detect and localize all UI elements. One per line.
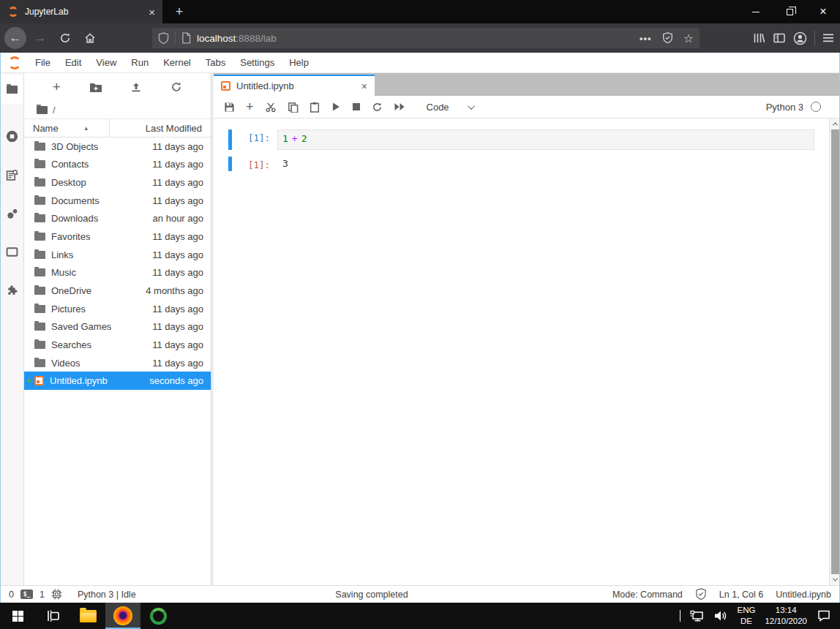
- file-type-icon: [34, 287, 45, 295]
- cursor-position[interactable]: Ln 1, Col 6: [719, 590, 763, 600]
- new-tab-button[interactable]: +: [167, 0, 192, 23]
- bookmark-star-icon[interactable]: ☆: [683, 31, 694, 45]
- restart-run-all-button[interactable]: [394, 102, 405, 111]
- clock[interactable]: 13:14 12/10/2020: [765, 605, 807, 627]
- file-explorer-button[interactable]: [70, 603, 105, 629]
- url-bar[interactable]: localhost:8888/lab ••• ☆: [152, 28, 700, 48]
- sidebar-item-commands[interactable]: [0, 160, 23, 189]
- sidebar-panel-icon[interactable]: [773, 31, 786, 45]
- cell-output-area[interactable]: [1]: 3: [228, 157, 814, 171]
- restart-kernel-button[interactable]: [372, 102, 383, 113]
- save-button[interactable]: [224, 102, 235, 113]
- menu-item[interactable]: View: [89, 57, 124, 68]
- browser-navbar: ← → localhost:8888/lab ••• ☆: [0, 23, 840, 53]
- main-dock-panel: Untitled.ipynb × +: [214, 73, 840, 585]
- code-cell[interactable]: [1]: 1+2: [228, 129, 814, 150]
- chevron-up-icon: [832, 122, 837, 127]
- menu-hamburger-icon[interactable]: [822, 33, 834, 43]
- menu-item[interactable]: Run: [124, 57, 156, 68]
- app-taskbar-button[interactable]: [140, 603, 176, 629]
- file-row[interactable]: Untitled.ipynb seconds ago: [24, 372, 211, 390]
- cut-cells-button[interactable]: [265, 102, 277, 113]
- start-button[interactable]: [0, 603, 35, 629]
- notebook-tab-close-icon[interactable]: ×: [361, 81, 367, 91]
- code-editor[interactable]: 1+2: [277, 129, 814, 150]
- file-name: Downloads: [51, 213, 98, 224]
- file-row[interactable]: Desktop 11 days ago: [24, 173, 211, 192]
- column-header-name[interactable]: Name ▲: [24, 119, 110, 137]
- upload-button[interactable]: [130, 81, 142, 93]
- file-row[interactable]: Contacts 11 days ago: [24, 156, 211, 174]
- page-actions-icon[interactable]: •••: [640, 33, 652, 44]
- cell-type-dropdown[interactable]: Code: [427, 102, 475, 113]
- breadcrumb[interactable]: /: [24, 101, 211, 118]
- task-view-button[interactable]: [35, 603, 70, 629]
- refresh-file-list-button[interactable]: [170, 81, 182, 93]
- interrupt-kernel-button[interactable]: [352, 102, 361, 111]
- home-button[interactable]: [79, 27, 101, 49]
- account-icon[interactable]: [793, 31, 807, 45]
- file-row[interactable]: Downloads an hour ago: [24, 210, 211, 228]
- menu-item[interactable]: Help: [282, 57, 316, 68]
- copy-cells-button[interactable]: [288, 102, 299, 113]
- new-launcher-button[interactable]: +: [53, 79, 61, 95]
- notebook-scrollbar[interactable]: [829, 118, 840, 585]
- notebook-tab[interactable]: Untitled.ipynb ×: [214, 75, 375, 96]
- kernel-status-text[interactable]: Python 3 | Idle: [78, 590, 136, 600]
- add-cell-button[interactable]: +: [246, 100, 254, 113]
- running-sessions-icon: [6, 130, 18, 143]
- window-minimize-button[interactable]: [739, 0, 773, 23]
- browser-tab[interactable]: JupyterLab ×: [0, 0, 162, 23]
- tab-close-icon[interactable]: ×: [149, 7, 155, 18]
- column-header-modified[interactable]: Last Modified: [110, 123, 211, 134]
- copy-icon: [288, 102, 299, 113]
- file-row[interactable]: 3D Objects 11 days ago: [24, 138, 211, 156]
- jupyter-favicon: [7, 6, 19, 18]
- file-row[interactable]: Favorites 11 days ago: [24, 227, 211, 246]
- url-host: localhost: [197, 33, 236, 44]
- menu-item[interactable]: File: [28, 57, 58, 68]
- shield-check-icon[interactable]: [662, 32, 673, 44]
- network-icon[interactable]: [690, 610, 705, 622]
- scroll-down-button[interactable]: [830, 574, 840, 585]
- paste-cells-button[interactable]: [310, 102, 320, 113]
- menu-item[interactable]: Kernel: [156, 57, 198, 68]
- kernel-name[interactable]: Python 3: [766, 102, 803, 113]
- window-close-button[interactable]: ×: [806, 0, 840, 23]
- url-text[interactable]: localhost:8888/lab: [197, 33, 640, 44]
- file-row[interactable]: Saved Games 11 days ago: [24, 317, 211, 336]
- kernel-status-icon[interactable]: [811, 102, 821, 112]
- breadcrumb-root[interactable]: /: [53, 105, 56, 116]
- file-row[interactable]: Pictures 11 days ago: [24, 300, 211, 318]
- file-row[interactable]: Documents 11 days ago: [24, 192, 211, 210]
- file-row[interactable]: OneDrive 4 months ago: [24, 282, 211, 300]
- reload-button[interactable]: [54, 27, 76, 49]
- scrollbar-thumb[interactable]: [831, 129, 839, 574]
- file-row[interactable]: Videos 11 days ago: [24, 354, 211, 372]
- window-restore-button[interactable]: [773, 0, 806, 23]
- file-row[interactable]: Music 11 days ago: [24, 263, 211, 282]
- scroll-up-button[interactable]: [830, 118, 840, 129]
- volume-icon[interactable]: [714, 610, 728, 622]
- menu-item[interactable]: Settings: [233, 57, 282, 68]
- firefox-taskbar-button[interactable]: [105, 603, 140, 629]
- show-hidden-icons-button[interactable]: [680, 611, 680, 622]
- sidebar-item-property-inspector[interactable]: [0, 199, 23, 228]
- new-folder-button[interactable]: [89, 82, 102, 93]
- library-icon[interactable]: [752, 31, 765, 45]
- sidebar-item-extensions[interactable]: [0, 275, 23, 304]
- back-button[interactable]: ←: [4, 27, 26, 49]
- sidebar-item-running[interactable]: [0, 121, 23, 151]
- running-sessions-status[interactable]: 0 $_ 1 Python 3 | Idle: [9, 589, 136, 600]
- file-row[interactable]: Links 11 days ago: [24, 246, 211, 264]
- forward-button[interactable]: →: [29, 27, 51, 49]
- command-mode-indicator[interactable]: Mode: Command: [612, 590, 683, 600]
- run-cell-button[interactable]: [331, 102, 341, 112]
- menu-item[interactable]: Edit: [58, 57, 89, 68]
- language-indicator[interactable]: ENG DE: [738, 605, 756, 627]
- sidebar-item-open-tabs[interactable]: [0, 237, 23, 266]
- file-row[interactable]: Searches 11 days ago: [24, 336, 211, 354]
- menu-item[interactable]: Tabs: [198, 57, 233, 68]
- action-center-icon[interactable]: [817, 609, 831, 622]
- sidebar-item-filebrowser[interactable]: [0, 75, 23, 104]
